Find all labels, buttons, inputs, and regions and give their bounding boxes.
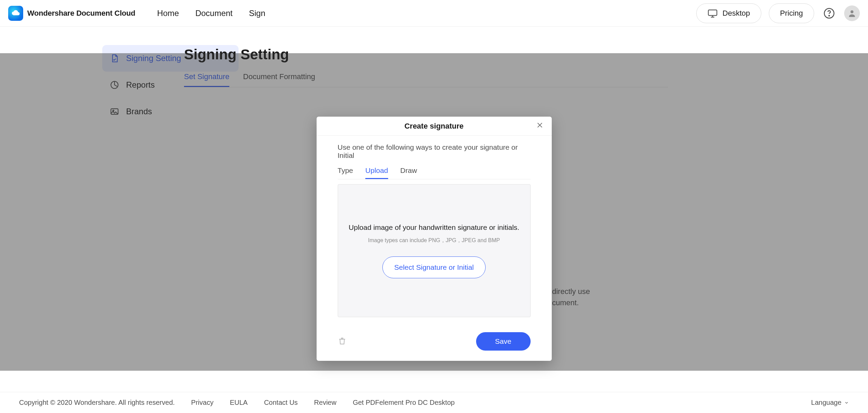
chevron-down-icon: [844, 400, 849, 405]
desktop-button[interactable]: Desktop: [696, 3, 761, 23]
footer-links: Privacy EULA Contact Us Review Get PDFel…: [191, 399, 455, 407]
user-avatar[interactable]: [844, 5, 860, 21]
modal-header: Create signature: [317, 117, 552, 136]
brand-name: Wondershare Document Cloud: [27, 9, 135, 18]
save-button[interactable]: Save: [476, 332, 531, 351]
modal-instruction: Use one of the following ways to create …: [338, 143, 531, 160]
brand-logo-mark: [8, 6, 23, 21]
modal-body: Use one of the following ways to create …: [317, 136, 552, 326]
upload-line2: Image types can include PNG，JPG，JPEG and…: [368, 237, 500, 244]
upload-line1: Upload image of your handwritten signatu…: [349, 223, 519, 232]
desktop-button-label: Desktop: [722, 9, 750, 18]
help-icon: [823, 8, 835, 19]
pricing-button-label: Pricing: [780, 9, 803, 18]
select-signature-button[interactable]: Select Signature or Initial: [382, 256, 486, 278]
pricing-button[interactable]: Pricing: [769, 3, 814, 23]
upload-dropzone[interactable]: Upload image of your handwritten signatu…: [338, 184, 531, 317]
nav-sign[interactable]: Sign: [249, 9, 265, 18]
modal-tabs: Type Upload Draw: [338, 166, 531, 179]
svg-rect-0: [709, 10, 717, 15]
svg-point-5: [851, 10, 854, 13]
monitor-icon: [707, 8, 718, 18]
top-nav: Home Document Sign: [157, 9, 265, 18]
modal-overlay[interactable]: Create signature Use one of the followin…: [0, 53, 868, 371]
app-header: Wondershare Document Cloud Home Document…: [0, 0, 868, 27]
footer-privacy[interactable]: Privacy: [191, 399, 214, 407]
svg-point-4: [829, 15, 829, 16]
trash-icon: [338, 337, 347, 345]
help-button[interactable]: [822, 6, 837, 21]
nav-home[interactable]: Home: [157, 9, 179, 18]
footer-get-desktop[interactable]: Get PDFelement Pro DC Desktop: [353, 399, 455, 407]
app-body: Signing Setting Reports Brands Signing S…: [0, 27, 868, 392]
app-footer: Copyright © 2020 Wondershare. All rights…: [0, 392, 868, 413]
modal-footer: Save: [317, 326, 552, 361]
delete-signature-button[interactable]: [338, 337, 347, 346]
nav-document[interactable]: Document: [195, 9, 232, 18]
modal-title: Create signature: [405, 122, 464, 131]
modal-tab-type[interactable]: Type: [338, 166, 353, 179]
header-right: Desktop Pricing: [696, 3, 860, 23]
copyright: Copyright © 2020 Wondershare. All rights…: [19, 399, 175, 407]
person-icon: [848, 9, 856, 18]
close-icon: [536, 121, 544, 129]
cloud-icon: [11, 9, 20, 18]
language-selector[interactable]: Language: [811, 399, 849, 407]
modal-tab-draw[interactable]: Draw: [400, 166, 417, 179]
modal-tab-upload[interactable]: Upload: [365, 166, 388, 179]
modal-close-button[interactable]: [536, 121, 546, 131]
footer-contact[interactable]: Contact Us: [264, 399, 298, 407]
brand-logo[interactable]: Wondershare Document Cloud: [8, 6, 135, 21]
language-label: Language: [811, 399, 841, 407]
footer-review[interactable]: Review: [314, 399, 337, 407]
create-signature-modal: Create signature Use one of the followin…: [317, 117, 552, 361]
footer-eula[interactable]: EULA: [230, 399, 247, 407]
